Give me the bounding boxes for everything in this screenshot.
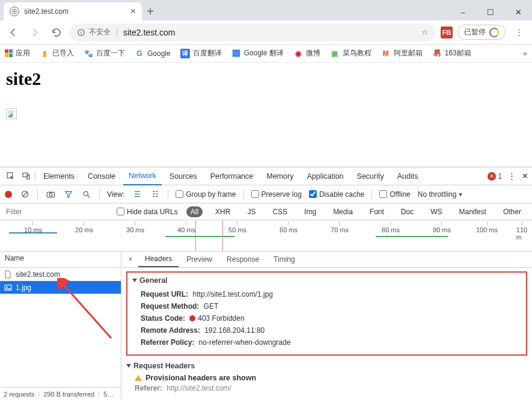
tab-network[interactable]: Network	[123, 167, 162, 185]
request-detail: × Headers Preview Response Timing Genera…	[121, 252, 532, 400]
bookmark-item[interactable]: ◉微博	[293, 48, 320, 58]
clear-button[interactable]	[19, 190, 30, 199]
svg-line-8	[22, 192, 27, 197]
minimize-button[interactable]: –	[449, 4, 477, 20]
capture-screenshot-icon[interactable]	[45, 190, 56, 198]
reload-button[interactable]	[48, 24, 65, 41]
site-security-chip[interactable]: 不安全	[77, 27, 111, 37]
gtranslate-icon: 🅶	[231, 49, 241, 58]
filter-type-img[interactable]: Img	[300, 206, 320, 217]
record-button[interactable]	[5, 191, 12, 198]
bookmarks-overflow-button[interactable]: »	[523, 49, 527, 58]
filter-toggle-icon[interactable]	[63, 190, 74, 199]
maximize-button[interactable]: ☐	[477, 4, 504, 20]
inspect-element-icon[interactable]	[4, 172, 17, 181]
svg-point-11	[84, 191, 88, 196]
svg-point-3	[81, 30, 81, 31]
tab-sources[interactable]: Sources	[164, 168, 203, 185]
svg-point-10	[49, 193, 52, 196]
request-row[interactable]: 1.jpg	[0, 281, 121, 294]
filter-type-ws[interactable]: WS	[426, 206, 446, 217]
document-icon	[4, 270, 12, 279]
bookmark-item[interactable]: 🅶Google 翻译	[231, 48, 284, 58]
tab-elements[interactable]: Elements	[38, 168, 80, 185]
close-tab-icon[interactable]: ×	[130, 6, 136, 17]
filter-type-css[interactable]: CSS	[268, 206, 292, 217]
tab-security[interactable]: Security	[352, 168, 390, 185]
filter-input[interactable]	[6, 208, 108, 216]
provisional-warning: Provisional headers are shown	[126, 374, 527, 382]
request-headers-section-title[interactable]: Request Headers	[126, 362, 527, 370]
throttling-select[interactable]: No throttling ▾	[418, 190, 463, 199]
status-error-icon	[189, 315, 195, 321]
filter-type-xhr[interactable]: XHR	[211, 206, 234, 217]
search-icon[interactable]	[81, 190, 92, 199]
tab-console[interactable]: Console	[82, 168, 121, 185]
filter-type-media[interactable]: Media	[329, 206, 357, 217]
bookmark-item[interactable]: 易163邮箱	[432, 48, 471, 58]
tab-application[interactable]: Application	[301, 168, 349, 185]
detail-tab-headers[interactable]: Headers	[138, 252, 179, 267]
bookmark-item[interactable]: 🐾百度一下	[84, 48, 125, 58]
detail-body: General Request URL: http://site1.test.c…	[121, 268, 532, 400]
bookmark-item[interactable]: 译百度翻译	[180, 48, 222, 58]
tab-audits[interactable]: Audits	[392, 168, 424, 185]
general-section-title[interactable]: General	[132, 276, 521, 285]
divider	[371, 190, 372, 199]
address-url: site2.test.com	[123, 28, 415, 37]
timeline-overview[interactable]: 10 ms 20 ms 30 ms 40 ms 50 ms 60 ms 70 m…	[0, 220, 532, 252]
detail-tab-preview[interactable]: Preview	[180, 252, 219, 267]
divider	[243, 190, 244, 199]
address-bar[interactable]: 不安全 site2.test.com ☆	[70, 23, 436, 42]
bookmark-star-icon[interactable]: ☆	[421, 28, 429, 37]
devtools-close-button[interactable]: ✕	[522, 172, 528, 181]
profile-paused-chip[interactable]: 已暂停	[457, 25, 506, 40]
devtools-menu-button[interactable]: ⋮	[508, 172, 516, 181]
request-list-header[interactable]: Name	[0, 252, 121, 268]
group-by-frame-checkbox[interactable]: Group by frame	[176, 190, 236, 199]
bookmark-item[interactable]: M阿里邮箱	[381, 48, 423, 58]
request-row[interactable]: site2.test.com	[0, 268, 121, 281]
apps-icon	[5, 49, 13, 57]
error-icon: ✕	[488, 172, 496, 181]
globe-icon	[10, 7, 19, 16]
163mail-icon: 易	[432, 49, 442, 58]
bookmark-item[interactable]: ▮已导入	[40, 48, 74, 58]
apps-button[interactable]: 应用	[5, 48, 30, 58]
browser-menu-button[interactable]: ⋮	[510, 28, 527, 37]
timeline-tick: 20 ms	[75, 221, 93, 233]
device-toggle-icon[interactable]	[19, 172, 32, 181]
baidu-icon: 🐾	[84, 49, 93, 58]
large-rows-icon[interactable]: ☰	[132, 190, 142, 199]
back-button[interactable]	[5, 24, 22, 41]
filter-type-js[interactable]: JS	[243, 206, 260, 217]
waterfall-icon[interactable]: ☷	[150, 190, 161, 199]
bookmark-item[interactable]: ▣菜鸟教程	[330, 48, 371, 58]
bookmark-item[interactable]: GGoogle	[135, 49, 171, 58]
info-icon	[77, 28, 85, 37]
browser-tab[interactable]: site2.test.com ×	[4, 2, 142, 20]
preserve-log-checkbox[interactable]: Preserve log	[251, 190, 302, 199]
disable-cache-checkbox[interactable]: Disable cache	[309, 190, 364, 199]
filter-type-all[interactable]: All	[186, 206, 203, 217]
error-badge[interactable]: ✕1	[488, 172, 502, 181]
filter-type-doc[interactable]: Doc	[397, 206, 418, 217]
filter-type-font[interactable]: Font	[365, 206, 388, 217]
detail-tab-response[interactable]: Response	[220, 252, 266, 267]
forward-button[interactable]	[26, 24, 43, 41]
network-filter-bar: Hide data URLs All XHR JS CSS Img Media …	[0, 203, 532, 220]
filter-type-manifest[interactable]: Manifest	[455, 206, 491, 217]
close-window-button[interactable]: ✕	[504, 4, 532, 20]
divider	[37, 190, 38, 199]
new-tab-button[interactable]: +	[142, 2, 159, 20]
detail-tab-timing[interactable]: Timing	[267, 252, 302, 267]
tab-performance[interactable]: Performance	[205, 168, 259, 185]
tab-memory[interactable]: Memory	[261, 168, 299, 185]
close-detail-button[interactable]: ×	[124, 255, 137, 264]
extension-fb-icon[interactable]: FB	[441, 26, 453, 39]
filter-type-other[interactable]: Other	[499, 206, 525, 217]
timeline-tick: 50 ms	[228, 221, 246, 233]
warning-icon	[135, 375, 142, 381]
hide-data-urls-checkbox[interactable]: Hide data URLs	[117, 208, 178, 216]
offline-checkbox[interactable]: Offline	[379, 190, 410, 199]
